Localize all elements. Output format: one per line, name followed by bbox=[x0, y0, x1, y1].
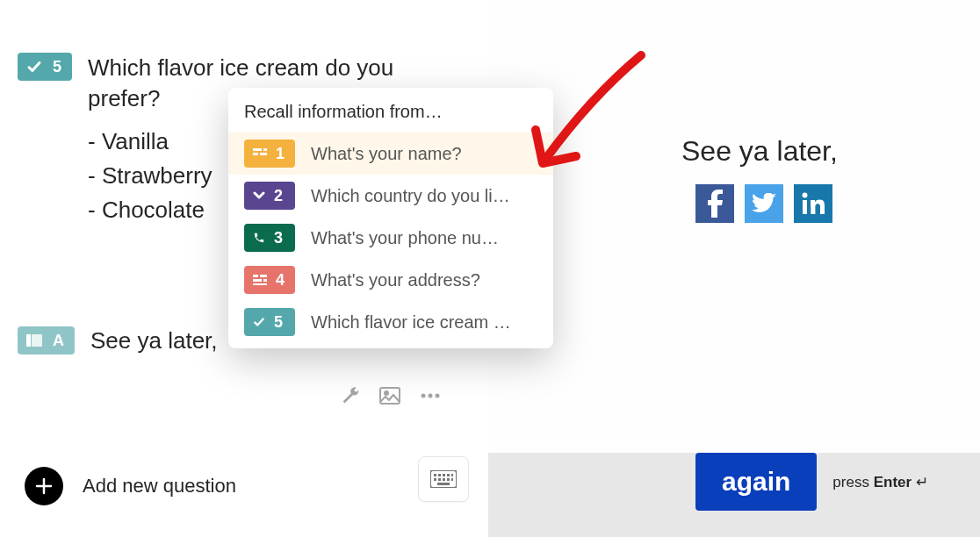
wrench-icon[interactable] bbox=[341, 386, 360, 405]
svg-rect-2 bbox=[380, 388, 400, 404]
ending-badge: A bbox=[18, 326, 75, 354]
social-row bbox=[695, 184, 832, 223]
keyboard-icon bbox=[430, 470, 457, 488]
svg-rect-12 bbox=[443, 474, 445, 476]
recall-popover-title: Recall information from… bbox=[228, 102, 553, 132]
twitter-icon bbox=[752, 193, 776, 214]
keyboard-button[interactable] bbox=[418, 456, 469, 502]
svg-point-3 bbox=[385, 391, 388, 395]
recall-item-4[interactable]: 4 What's your address? bbox=[228, 259, 553, 301]
short-text-icon bbox=[253, 148, 267, 159]
more-icon[interactable] bbox=[420, 392, 441, 399]
address-icon bbox=[253, 275, 267, 285]
recall-item-5-badge: 5 bbox=[244, 308, 295, 336]
recall-item-3[interactable]: 3 What's your phone nu… bbox=[228, 217, 553, 259]
svg-rect-26 bbox=[260, 275, 267, 277]
svg-rect-1 bbox=[32, 334, 42, 347]
linkedin-button[interactable] bbox=[794, 184, 832, 223]
again-area: again press Enter ↵ bbox=[695, 453, 928, 511]
svg-rect-24 bbox=[260, 153, 267, 155]
chevron-down-icon bbox=[253, 191, 265, 200]
svg-rect-15 bbox=[434, 478, 436, 481]
svg-rect-23 bbox=[263, 148, 267, 151]
recall-item-4-badge: 4 bbox=[244, 266, 295, 294]
image-icon[interactable] bbox=[379, 387, 400, 405]
svg-rect-28 bbox=[263, 279, 267, 282]
check-icon bbox=[253, 316, 265, 328]
recall-item-2-label: Which country do you li… bbox=[311, 186, 537, 206]
svg-rect-27 bbox=[253, 279, 262, 282]
recall-item-3-badge: 3 bbox=[244, 224, 295, 252]
recall-item-4-label: What's your address? bbox=[311, 270, 537, 290]
add-question-button[interactable] bbox=[25, 467, 63, 505]
phone-icon bbox=[253, 232, 265, 244]
plus-icon bbox=[35, 477, 53, 495]
facebook-button[interactable] bbox=[695, 184, 734, 223]
svg-rect-29 bbox=[253, 283, 267, 285]
recall-item-3-label: What's your phone nu… bbox=[311, 228, 537, 248]
preview-title: See ya later, bbox=[681, 135, 838, 168]
svg-rect-14 bbox=[451, 474, 453, 476]
svg-rect-17 bbox=[443, 478, 445, 481]
add-question-row[interactable]: Add new question bbox=[25, 467, 236, 505]
svg-rect-10 bbox=[434, 474, 436, 476]
recall-item-5[interactable]: 5 Which flavor ice cream … bbox=[228, 301, 553, 343]
svg-rect-18 bbox=[447, 478, 450, 481]
twitter-button[interactable] bbox=[745, 184, 783, 223]
recall-item-2[interactable]: 2 Which country do you li… bbox=[228, 175, 553, 217]
add-question-label: Add new question bbox=[83, 475, 236, 498]
facebook-icon bbox=[704, 190, 725, 218]
check-icon bbox=[26, 59, 42, 75]
svg-point-5 bbox=[429, 394, 433, 398]
ending-text: See ya later, bbox=[90, 327, 218, 354]
svg-rect-13 bbox=[447, 474, 450, 476]
svg-point-6 bbox=[436, 394, 440, 398]
again-button[interactable]: again bbox=[695, 453, 817, 511]
toolbar bbox=[341, 386, 441, 405]
svg-rect-25 bbox=[253, 275, 258, 277]
svg-rect-16 bbox=[438, 478, 441, 481]
linkedin-icon bbox=[802, 192, 825, 215]
svg-rect-30 bbox=[803, 200, 807, 214]
recall-item-1-badge: 1 bbox=[244, 140, 295, 168]
svg-point-31 bbox=[803, 193, 808, 198]
recall-item-2-badge: 2 bbox=[244, 182, 295, 210]
ending-badge-letter: A bbox=[53, 332, 64, 350]
press-enter-hint: press Enter ↵ bbox=[832, 473, 928, 491]
question-5-badge: 5 bbox=[18, 53, 72, 81]
svg-rect-21 bbox=[253, 148, 262, 151]
svg-rect-20 bbox=[437, 483, 450, 485]
svg-rect-0 bbox=[26, 334, 31, 347]
recall-item-5-label: Which flavor ice cream … bbox=[311, 312, 537, 333]
ending-row[interactable]: A See ya later, bbox=[18, 326, 218, 354]
recall-item-1-label: What's your name? bbox=[311, 144, 537, 164]
question-5-number: 5 bbox=[53, 58, 61, 76]
layout-icon bbox=[26, 334, 42, 347]
svg-point-4 bbox=[422, 394, 426, 398]
svg-rect-22 bbox=[253, 153, 258, 155]
recall-item-1[interactable]: 1 What's your name? bbox=[228, 132, 553, 175]
svg-rect-19 bbox=[451, 478, 453, 481]
recall-popover: Recall information from… 1 What's your n… bbox=[228, 88, 553, 348]
svg-rect-11 bbox=[438, 474, 441, 476]
